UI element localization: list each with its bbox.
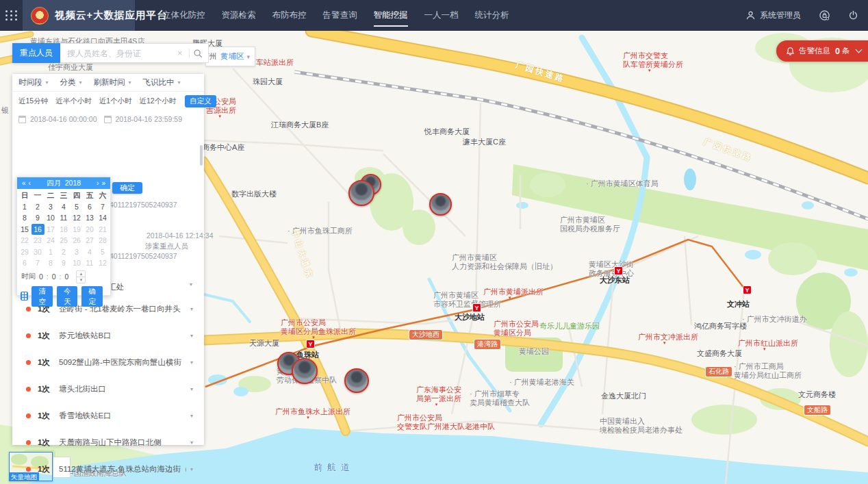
today-button[interactable]: 今天 [57,286,78,307]
person-photo-marker[interactable] [429,193,452,216]
calendar-day[interactable]: 29 [18,246,31,258]
calendar-day[interactable]: 2 [58,246,71,258]
nav-item-一人一档[interactable]: 一人一档 [424,10,459,21]
calendar-day[interactable]: 6 [84,201,97,213]
list-item[interactable]: 1次5092蟹山路-中医院东南向蟹山横街▾ [12,349,204,376]
calendar-day[interactable]: 7 [31,257,44,269]
calendar-day[interactable]: 10 [44,212,58,224]
time-second[interactable]: 0 [65,272,69,281]
calendar-day[interactable]: 14 [97,212,110,224]
calendar-icon[interactable] [18,116,26,123]
chevron-down-icon[interactable]: ▾ [190,440,193,446]
chevron-down-icon[interactable]: ▾ [190,413,193,419]
calendar-day[interactable]: 1 [44,246,58,258]
filter-刷新时间[interactable]: 刷新时间▾ [94,77,131,88]
power-icon[interactable] [848,10,858,21]
calendar-day[interactable]: 22 [18,235,31,246]
calendar-day[interactable]: 4 [84,246,97,258]
spinner-down-icon[interactable]: ▼ [77,277,85,283]
calendar-day[interactable]: 8 [18,212,31,224]
ok-button[interactable]: 确定 [81,286,103,307]
calendar-day[interactable]: 7 [97,201,110,213]
next-year-icon[interactable]: » [100,179,107,187]
chevron-down-icon[interactable]: ▾ [190,466,193,472]
quick-range-近半个小时[interactable]: 近半个小时 [55,97,92,106]
filter-飞识比中[interactable]: 飞识比中▾ [143,77,181,88]
calendar-day[interactable]: 12 [97,257,110,269]
list-item[interactable]: 1次塘头北街出口▾ [12,376,204,403]
quick-range-近1个小时[interactable]: 近1个小时 [99,97,132,106]
region-dropdown[interactable]: 广州 黄埔区 ▾ [205,47,255,66]
spinner-up-icon[interactable]: ▲ [77,271,85,277]
tab-key-person[interactable]: 重点人员 [12,43,60,63]
metro-station-icon[interactable]: Y [743,285,752,294]
calendar-day[interactable]: 13 [84,212,97,224]
calendar-day[interactable]: 17 [44,224,58,235]
start-datetime[interactable]: 2018-04-16 00:00:00 [30,115,97,123]
calendar-day[interactable]: 12 [71,212,84,224]
chevron-down-icon[interactable]: ▾ [190,333,193,339]
calendar-day[interactable]: 9 [31,212,44,224]
metro-station-icon[interactable]: Y [472,303,481,312]
chevron-down-icon[interactable] [856,47,863,53]
time-hour[interactable]: 0 [39,272,43,281]
panel-scrollbar[interactable] [200,145,203,166]
chevron-down-icon[interactable]: ▾ [190,281,192,288]
calendar-day[interactable]: 8 [44,257,58,269]
calendar-day[interactable]: 3 [71,246,84,258]
person-photo-marker[interactable] [348,180,374,206]
calendar-day[interactable]: 24 [44,235,58,246]
calendar-day[interactable]: 27 [84,235,97,246]
apps-grid-icon[interactable] [0,0,23,31]
security-lock-icon[interactable] [819,10,830,21]
confirm-button[interactable]: 确定 [112,182,142,194]
clear-button[interactable]: 清空 [31,286,53,307]
list-item[interactable]: 1次苏元地铁站B口▾ [12,322,204,349]
nav-item-立体化防控[interactable]: 立体化防控 [162,10,205,21]
nav-item-统计分析[interactable]: 统计分析 [475,10,509,21]
calendar-day[interactable]: 10 [71,257,84,269]
chevron-down-icon[interactable]: ▾ [190,386,193,392]
metro-station-icon[interactable]: Y [306,340,315,348]
calendar-day[interactable]: 5 [97,246,110,258]
calendar-day[interactable]: 19 [71,224,84,235]
search-icon[interactable] [193,49,203,58]
calendar-day[interactable]: 11 [58,212,71,224]
calendar-day[interactable]: 2 [31,201,44,213]
time-minute[interactable]: 0 [52,272,56,281]
nav-item-智能挖掘[interactable]: 智能挖掘 [374,10,408,21]
list-item[interactable]: 1次天麓南路与山下中路路口北侧▾ [12,429,204,456]
filter-时间段[interactable]: 时间段▾ [18,77,49,88]
calendar-title[interactable]: 四月 2018 [32,179,95,188]
filter-分类[interactable]: 分类▾ [60,77,82,88]
next-month-icon[interactable]: › [95,179,100,187]
calendar-day[interactable]: 6 [18,257,31,269]
calendar-day[interactable]: 16 [31,224,44,235]
calendar-day[interactable]: 1 [18,201,31,213]
calendar-day[interactable]: 9 [58,257,71,269]
clear-icon[interactable]: × [175,48,186,58]
calendar-day[interactable]: 18 [58,224,71,235]
quick-range-近12个小时[interactable]: 近12个小时 [140,97,177,106]
nav-item-布防布控[interactable]: 布防布控 [272,10,307,21]
quick-range-近15分钟[interactable]: 近15分钟 [18,97,48,106]
metro-station-icon[interactable]: Y [614,266,623,275]
alert-banner[interactable]: 告警信息 0 条 [776,40,868,62]
chevron-down-icon[interactable]: ▾ [190,306,193,312]
prev-year-icon[interactable]: « [21,179,27,187]
calendar-day[interactable]: 28 [97,235,110,246]
nav-item-告警查询[interactable]: 告警查询 [323,10,357,21]
quick-range-自定义[interactable]: 自定义 [185,95,216,107]
nav-item-资源检索[interactable]: 资源检索 [222,10,256,21]
calendar-day[interactable]: 21 [97,224,110,235]
calendar-day[interactable]: 15 [18,224,31,235]
user-menu[interactable]: 系统管理员 [745,10,801,21]
calendar-day[interactable]: 4 [58,201,71,213]
person-photo-marker[interactable] [344,368,369,393]
search-input[interactable] [66,48,175,59]
calendar-grid-icon[interactable] [21,292,28,301]
prev-month-icon[interactable]: ‹ [27,179,32,187]
calendar-icon[interactable] [104,116,112,123]
calendar-day[interactable]: 23 [31,235,44,246]
person-photo-marker[interactable] [292,358,318,384]
